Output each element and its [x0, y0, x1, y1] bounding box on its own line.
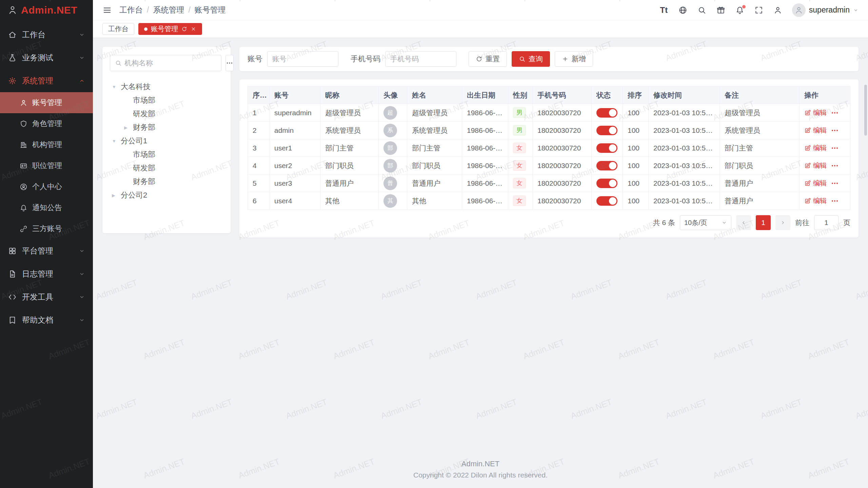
table-header-row: 序号账号昵称头像姓名出生日期性别手机号码状态排序修改时间备注操作: [248, 86, 850, 104]
phone-input[interactable]: [385, 51, 456, 67]
row-more-icon[interactable]: [831, 144, 839, 152]
row-more-icon[interactable]: [831, 197, 839, 205]
sidebar-menu: 工作台业务测试系统管理账号管理角色管理机构管理职位管理个人中心通知公告三方账号平…: [0, 20, 93, 488]
sidebar-item-logs[interactable]: 日志管理: [0, 262, 93, 285]
sidebar-subitem-profile[interactable]: 个人中心: [0, 176, 93, 197]
cell-account: superadmin: [270, 104, 320, 122]
font-size-icon[interactable]: Tt: [659, 5, 669, 15]
account-input[interactable]: [267, 51, 338, 67]
query-form: 账号 手机号码 重置 查询 新增: [239, 47, 859, 71]
tree-node[interactable]: 研发部: [110, 161, 223, 175]
cell-seq: 3: [248, 139, 270, 157]
sidebar-item-workbench[interactable]: 工作台: [0, 23, 93, 46]
user-config-icon[interactable]: [773, 5, 783, 15]
sidebar-item-label: 日志管理: [22, 269, 53, 279]
sidebar-subitem-org[interactable]: 机构管理: [0, 134, 93, 155]
notification-icon[interactable]: [735, 5, 745, 15]
edit-button[interactable]: 编辑: [804, 161, 827, 170]
status-toggle[interactable]: [596, 196, 617, 206]
edit-button[interactable]: 编辑: [804, 126, 827, 135]
hamburger-icon[interactable]: [102, 5, 112, 15]
sidebar-subitem-account[interactable]: 账号管理: [0, 92, 93, 113]
fullscreen-icon[interactable]: [754, 5, 764, 15]
sidebar-subitem-notice[interactable]: 通知公告: [0, 197, 93, 218]
tab-account[interactable]: 账号管理: [138, 23, 202, 35]
breadcrumb-item[interactable]: 账号管理: [195, 5, 226, 15]
sidebar-subitem-role[interactable]: 角色管理: [0, 113, 93, 134]
row-more-icon[interactable]: [831, 126, 839, 135]
tree-node[interactable]: 市场部: [110, 94, 223, 107]
tree-node-label: 研发部: [133, 163, 155, 173]
cell-seq: 1: [248, 104, 270, 122]
gender-badge: 女: [513, 196, 526, 206]
sidebar-item-business-test[interactable]: 业务测试: [0, 46, 93, 69]
header-actions: Tt superadmin: [659, 3, 859, 17]
sidebar-item-devtools[interactable]: 开发工具: [0, 285, 93, 308]
row-more-icon[interactable]: [831, 109, 839, 117]
column-header: 昵称: [320, 86, 379, 104]
pagination: 共 6 条 10条/页 1 前往 页: [248, 215, 850, 230]
sidebar-subitem-label: 职位管理: [32, 161, 62, 171]
header-icon-group: Tt: [659, 5, 783, 15]
column-header: 操作: [800, 86, 850, 104]
column-header: 手机号码: [533, 86, 592, 104]
status-toggle[interactable]: [596, 161, 617, 170]
tree-node[interactable]: ▼大名科技: [110, 80, 223, 94]
reset-button[interactable]: 重置: [469, 51, 507, 67]
sidebar-item-platform[interactable]: 平台管理: [0, 239, 93, 262]
tree-node[interactable]: ▼分公司1: [110, 134, 223, 148]
sidebar-subitem-thirdparty[interactable]: 三方账号: [0, 218, 93, 239]
next-page-button[interactable]: [775, 215, 790, 230]
sidebar-subitem-label: 三方账号: [32, 224, 62, 234]
sidebar-item-system[interactable]: 系统管理: [0, 69, 93, 92]
app-title: Admin.NET: [21, 4, 77, 16]
sidebar-item-docs[interactable]: 帮助文档: [0, 308, 93, 331]
column-header: 状态: [592, 86, 623, 104]
gender-badge: 女: [513, 178, 526, 188]
sidebar-item-label: 工作台: [22, 29, 45, 40]
edit-button[interactable]: 编辑: [804, 143, 827, 152]
language-icon[interactable]: [678, 5, 688, 15]
goto-page-input[interactable]: [814, 215, 839, 230]
tree-node[interactable]: 研发部: [110, 107, 223, 121]
prev-page-button[interactable]: [736, 215, 751, 230]
row-more-icon[interactable]: [831, 179, 839, 187]
table-row: 4user2部门职员部部门职员1986-06-28女18020030720100…: [248, 157, 850, 175]
cell-birth: 1986-06-28: [462, 192, 508, 210]
cell-modified: 2023-01-03 10:59:44: [649, 139, 720, 157]
cell-modified: 2023-01-03 10:59:44: [649, 192, 720, 210]
breadcrumb-item[interactable]: 工作台: [119, 5, 143, 15]
status-toggle[interactable]: [596, 108, 617, 118]
theme-icon[interactable]: [716, 5, 726, 15]
chevron-down-icon: [79, 55, 85, 61]
edit-button[interactable]: 编辑: [804, 179, 827, 188]
add-button[interactable]: 新增: [555, 51, 593, 67]
org-search-input[interactable]: [124, 59, 216, 67]
tree-node[interactable]: 财务部: [110, 175, 223, 188]
status-toggle[interactable]: [596, 126, 617, 135]
edit-button[interactable]: 编辑: [804, 108, 827, 117]
edit-button[interactable]: 编辑: [804, 196, 827, 205]
column-header: 性别: [508, 86, 533, 104]
status-toggle[interactable]: [596, 143, 617, 153]
row-more-icon[interactable]: [831, 162, 839, 170]
tab-workbench[interactable]: 工作台: [102, 23, 134, 35]
cell-gender: 男: [508, 104, 533, 122]
user-menu[interactable]: superadmin: [792, 3, 859, 17]
search-button[interactable]: 查询: [512, 51, 550, 67]
search-icon[interactable]: [697, 5, 707, 15]
status-toggle[interactable]: [596, 179, 617, 188]
breadcrumb-item[interactable]: 系统管理: [153, 5, 184, 15]
org-more-button[interactable]: [225, 55, 234, 71]
tree-node[interactable]: ▶分公司2: [110, 188, 223, 202]
scrollbar-thumb[interactable]: [864, 85, 867, 136]
tree-node[interactable]: ▶财务部: [110, 121, 223, 134]
app-logo[interactable]: Admin.NET: [0, 0, 93, 20]
sidebar-subitem-position[interactable]: 职位管理: [0, 155, 93, 176]
page-size-select[interactable]: 10条/页: [680, 215, 731, 230]
tree-node[interactable]: 市场部: [110, 148, 223, 161]
logo-icon: [7, 5, 18, 15]
current-page-button[interactable]: 1: [756, 215, 771, 230]
cell-account: user3: [270, 175, 320, 192]
cell-avatar: 部: [379, 157, 407, 175]
